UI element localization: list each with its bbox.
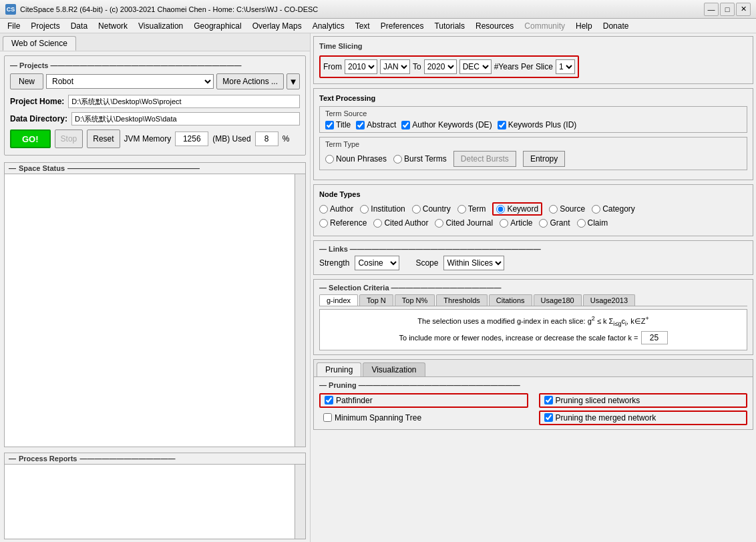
project-selector[interactable]: Robot bbox=[46, 74, 214, 89]
more-actions-button[interactable]: More Actions ... bbox=[216, 73, 284, 89]
menu-resources[interactable]: Resources bbox=[471, 20, 518, 32]
close-button[interactable]: ✕ bbox=[736, 3, 751, 16]
go-button[interactable]: GO! bbox=[10, 129, 51, 148]
to-year-select[interactable]: 2020 bbox=[424, 59, 457, 74]
node-type-cited-journal[interactable]: Cited Journal bbox=[435, 218, 493, 228]
projects-title: Projects bbox=[19, 61, 48, 69]
g-index-scale: To include more or fewer nodes, increase… bbox=[325, 331, 741, 344]
pathfinder-checkbox[interactable] bbox=[325, 396, 333, 404]
menu-file[interactable]: File bbox=[3, 20, 25, 32]
node-types-section: Node Types Author Institution Country Te… bbox=[313, 184, 753, 236]
menu-help[interactable]: Help bbox=[571, 20, 597, 32]
space-scrollbar[interactable] bbox=[295, 174, 305, 447]
tab-web-of-science[interactable]: Web of Science bbox=[3, 36, 76, 51]
tab-usage180[interactable]: Usage180 bbox=[534, 294, 582, 306]
node-type-keyword-container: Keyword bbox=[492, 202, 542, 216]
term-source-keywords-plus-cb[interactable] bbox=[498, 121, 506, 129]
menu-overlay-maps[interactable]: Overlay Maps bbox=[248, 20, 307, 32]
term-type-title: Term Type bbox=[325, 140, 741, 148]
new-button[interactable]: New bbox=[10, 73, 43, 89]
minimize-button[interactable]: — bbox=[704, 3, 719, 16]
burst-terms-radio[interactable] bbox=[393, 155, 402, 164]
term-source-keywords-plus-item[interactable]: Keywords Plus (ID) bbox=[498, 120, 577, 129]
menu-data[interactable]: Data bbox=[66, 20, 92, 32]
left-tab-bar: Web of Science bbox=[0, 33, 310, 51]
burst-terms-item[interactable]: Burst Terms bbox=[393, 154, 447, 164]
term-source-abstract-item[interactable]: Abstract bbox=[356, 120, 396, 129]
to-month-select[interactable]: DEC bbox=[459, 59, 492, 74]
maximize-button[interactable]: □ bbox=[720, 3, 735, 16]
stop-button[interactable]: Stop bbox=[55, 129, 83, 148]
data-directory-input[interactable] bbox=[71, 112, 300, 125]
tab-usage2013[interactable]: Usage2013 bbox=[583, 294, 635, 306]
term-source-author-keywords-cb[interactable] bbox=[401, 121, 410, 129]
pruning-merged-network-item[interactable]: Pruning the merged network bbox=[544, 413, 656, 423]
minimum-spanning-tree-checkbox[interactable] bbox=[323, 413, 332, 422]
g-index-k-input[interactable] bbox=[641, 331, 668, 344]
jvm-used-input[interactable] bbox=[255, 131, 278, 146]
jvm-pct-label: % bbox=[282, 134, 290, 144]
menu-visualization[interactable]: Visualization bbox=[134, 20, 188, 32]
reset-button[interactable]: Reset bbox=[87, 129, 120, 148]
minimum-spanning-tree-item[interactable]: Minimum Spanning Tree bbox=[323, 413, 421, 423]
main-layout: Web of Science — Projects ——————————————… bbox=[0, 33, 756, 542]
menu-text[interactable]: Text bbox=[351, 20, 375, 32]
space-status-content bbox=[5, 174, 305, 447]
pruning-merged-network-checkbox[interactable] bbox=[544, 413, 553, 422]
tab-citations[interactable]: Citations bbox=[489, 294, 532, 306]
noun-phrases-item[interactable]: Noun Phrases bbox=[325, 154, 387, 164]
tab-visualization[interactable]: Visualization bbox=[363, 362, 425, 376]
node-type-cited-author[interactable]: Cited Author bbox=[373, 218, 428, 228]
from-year-select[interactable]: 2010 bbox=[345, 59, 377, 74]
node-type-grant[interactable]: Grant bbox=[539, 218, 570, 228]
pruning-sliced-networks-checkbox[interactable] bbox=[544, 396, 553, 404]
node-type-institution[interactable]: Institution bbox=[360, 204, 405, 214]
term-source-title: Term Source bbox=[325, 109, 741, 117]
strength-select[interactable]: Cosine Pearson Jaccard bbox=[355, 256, 399, 270]
menu-projects[interactable]: Projects bbox=[26, 20, 64, 32]
entropy-button[interactable]: Entropy bbox=[523, 151, 565, 167]
scope-select[interactable]: Within Slices Overall bbox=[443, 256, 504, 270]
menu-network[interactable]: Network bbox=[93, 20, 132, 32]
tab-top-n[interactable]: Top N bbox=[359, 294, 393, 306]
process-scrollbar[interactable] bbox=[295, 465, 305, 539]
node-type-source[interactable]: Source bbox=[549, 204, 585, 214]
node-type-article[interactable]: Article bbox=[500, 218, 532, 228]
tab-thresholds[interactable]: Thresholds bbox=[436, 294, 487, 306]
term-source-title-item[interactable]: Title bbox=[325, 120, 351, 129]
node-type-term[interactable]: Term bbox=[457, 204, 486, 214]
node-type-category[interactable]: Category bbox=[592, 204, 635, 214]
pruning-grid: Pathfinder Pruning sliced networks Minim… bbox=[319, 393, 747, 425]
jvm-memory-input[interactable] bbox=[175, 131, 208, 146]
pruning-tabs: Pruning Visualization bbox=[314, 360, 753, 377]
menu-tutorials[interactable]: Tutorials bbox=[429, 20, 469, 32]
menu-community[interactable]: Community bbox=[520, 20, 570, 32]
term-source-title-cb[interactable] bbox=[325, 121, 334, 129]
node-type-author[interactable]: Author bbox=[319, 204, 353, 214]
pruning-sliced-networks-item[interactable]: Pruning sliced networks bbox=[544, 396, 640, 405]
noun-phrases-radio[interactable] bbox=[325, 155, 334, 164]
from-month-select[interactable]: JAN bbox=[380, 59, 410, 74]
tab-top-n-pct[interactable]: Top N% bbox=[395, 294, 435, 306]
menu-geographical[interactable]: Geographical bbox=[189, 20, 246, 32]
detect-bursts-button[interactable]: Detect Bursts bbox=[453, 151, 516, 167]
scope-label: Scope bbox=[415, 258, 438, 268]
menu-analytics[interactable]: Analytics bbox=[308, 20, 349, 32]
node-type-claim[interactable]: Claim bbox=[577, 218, 608, 228]
pathfinder-item[interactable]: Pathfinder bbox=[325, 396, 373, 405]
g-index-scale-label: To include more or fewer nodes, increase… bbox=[399, 334, 638, 342]
project-home-input[interactable] bbox=[68, 95, 300, 108]
term-source-author-keywords-item[interactable]: Author Keywords (DE) bbox=[401, 120, 492, 129]
node-type-reference[interactable]: Reference bbox=[319, 218, 367, 228]
menu-preferences[interactable]: Preferences bbox=[376, 20, 429, 32]
tab-g-index[interactable]: g-index bbox=[319, 294, 358, 306]
data-directory-label: Data Directory: bbox=[10, 114, 67, 123]
node-type-keyword[interactable]: Keyword bbox=[496, 204, 538, 214]
years-per-slice-select[interactable]: 1 bbox=[556, 59, 575, 74]
tab-pruning[interactable]: Pruning bbox=[317, 362, 361, 376]
term-source-abstract-cb[interactable] bbox=[356, 121, 365, 129]
text-processing-section: Text Processing Term Source Title Abstra… bbox=[313, 88, 753, 180]
node-type-country[interactable]: Country bbox=[412, 204, 451, 214]
more-actions-dropdown[interactable]: ▼ bbox=[287, 73, 300, 89]
menu-donate[interactable]: Donate bbox=[598, 20, 634, 32]
